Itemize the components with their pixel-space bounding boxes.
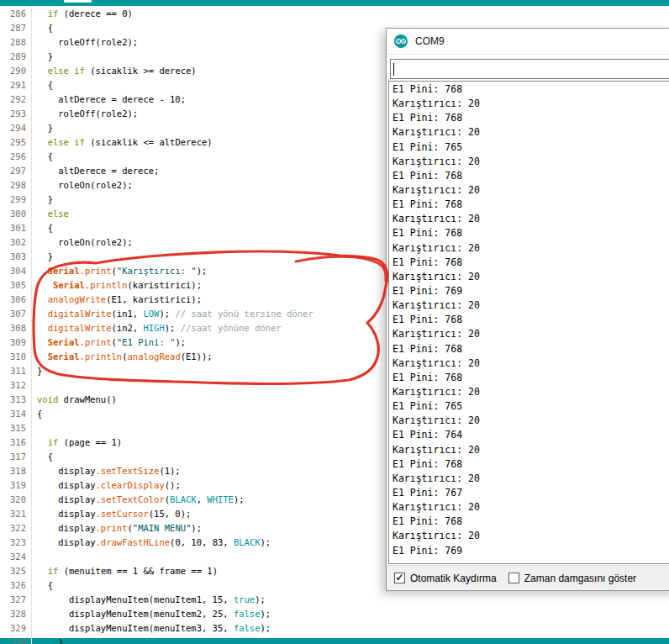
serial-output-line: Karıştırıcı: 20 — [392, 212, 669, 226]
serial-output-line: Karıştırıcı: 20 — [392, 500, 669, 515]
code-text: digitalWrite(in1, LOW); // saat yönü ter… — [32, 307, 313, 321]
line-number: 309 — [0, 335, 32, 350]
code-text: Serial.print("Karıştırıcı: "); — [32, 264, 207, 278]
serial-output-line: Karıştırıcı: 20 — [392, 529, 669, 543]
line-number: 318 — [0, 464, 32, 478]
code-text: altDerece = derece; — [32, 164, 159, 178]
autoscroll-checkbox[interactable]: Otomatik Kaydırma — [394, 573, 497, 584]
line-number: 325 — [0, 564, 32, 578]
line-number: 299 — [0, 193, 32, 207]
serial-output[interactable]: E1 Pini: 768Karıştırıcı: 20E1 Pini: 768K… — [388, 81, 669, 564]
code-text: roleOn(role2); — [32, 178, 133, 193]
serial-output-line: E1 Pini: 769 — [392, 544, 669, 558]
code-text: else — [32, 207, 69, 221]
line-number: 306 — [0, 293, 32, 307]
code-text: Serial.print("E1 Pini: "); — [32, 335, 186, 350]
code-text: roleOff(role2); — [32, 35, 138, 50]
code-text: roleOff(role2); — [32, 107, 138, 121]
code-line[interactable]: 327 displayMenuItem(menuItem1, 15, true)… — [0, 593, 669, 607]
serial-monitor-title-bar[interactable]: COM9 — [387, 29, 669, 55]
line-number: 292 — [0, 92, 32, 107]
line-number: 298 — [0, 178, 32, 193]
code-text: { — [32, 221, 53, 235]
serial-output-line: E1 Pini: 769 — [392, 284, 669, 298]
code-text: analogWrite(E1, karistirici); — [32, 293, 202, 307]
serial-output-line: E1 Pini: 768 — [392, 342, 669, 356]
serial-output-line: E1 Pini: 768 — [392, 82, 669, 97]
code-text: else if (sicaklik >= derece) — [32, 64, 197, 78]
code-text: } — [32, 50, 53, 64]
serial-output-line: E1 Pini: 768 — [392, 371, 669, 385]
checkbox-label: Zaman damgasını göster — [524, 573, 636, 584]
code-text: { — [32, 407, 42, 421]
code-line[interactable]: 286 if (derece == 0) — [0, 7, 669, 21]
code-line[interactable]: 330 } — [0, 636, 669, 644]
line-number: 297 — [0, 164, 32, 178]
code-text: Serial.println(analogRead(E1)); — [32, 350, 213, 364]
serial-output-line: E1 Pini: 768 — [392, 226, 669, 240]
serial-output-line: E1 Pini: 765 — [392, 399, 669, 414]
code-text: displayMenuItem(menuItem1, 15, true); — [32, 593, 266, 607]
serial-monitor-options-bar: Otomatik Kaydırma Zaman damgasını göster — [387, 565, 669, 590]
serial-output-line: E1 Pini: 768 — [392, 111, 669, 125]
line-number: 294 — [0, 121, 32, 135]
serial-monitor-window[interactable]: COM9 E1 Pini: 768Karıştırıcı: 20E1 Pini:… — [386, 28, 669, 591]
checkbox-box-timestamp — [508, 573, 519, 583]
line-number: 290 — [0, 64, 32, 78]
code-text: { — [32, 21, 53, 35]
line-number: 293 — [0, 107, 32, 121]
code-text: if (derece == 0) — [32, 7, 133, 21]
line-number: 322 — [0, 521, 32, 536]
code-text: display.setCursor(15, 0); — [32, 507, 191, 521]
line-number: 289 — [0, 50, 32, 64]
line-number: 312 — [0, 378, 32, 393]
line-number: 308 — [0, 321, 32, 335]
line-number: 323 — [0, 536, 32, 550]
serial-output-line: Karıştırıcı: 20 — [392, 270, 669, 284]
code-line[interactable]: 328 displayMenuItem(menuItem2, 25, false… — [0, 607, 669, 621]
code-text: } — [32, 636, 64, 644]
line-number: 330 — [0, 636, 32, 644]
serial-output-line: Karıştırıcı: 20 — [392, 356, 669, 371]
line-number: 286 — [0, 7, 32, 21]
serial-output-line: E1 Pini: 768 — [392, 169, 669, 183]
code-text: { — [32, 450, 53, 464]
serial-send-input[interactable] — [390, 59, 669, 79]
line-number: 304 — [0, 264, 32, 278]
ide-top-bar — [0, 0, 669, 6]
line-number: 327 — [0, 593, 32, 607]
timestamp-checkbox[interactable]: Zaman damgasını göster — [508, 573, 636, 584]
serial-output-line: Karıştırıcı: 20 — [392, 327, 669, 341]
line-number: 324 — [0, 550, 32, 564]
code-text: } — [32, 193, 53, 207]
line-number: 300 — [0, 207, 32, 221]
serial-output-line: Karıştırıcı: 20 — [392, 155, 669, 169]
line-number: 302 — [0, 235, 32, 250]
line-number: 321 — [0, 507, 32, 521]
code-text: if (menuitem == 1 && frame == 1) — [32, 564, 218, 578]
line-number: 320 — [0, 493, 32, 507]
serial-output-line: Karıştırıcı: 20 — [392, 97, 669, 111]
editor-tab-notch[interactable] — [64, 0, 92, 3]
line-number: 326 — [0, 578, 32, 593]
serial-output-line: E1 Pini: 768 — [392, 198, 669, 212]
line-number: 303 — [0, 250, 32, 264]
code-text: roleOn(role2); — [32, 235, 133, 250]
serial-output-line: Karıştırıcı: 20 — [392, 183, 669, 198]
line-number: 288 — [0, 35, 32, 50]
serial-output-line: E1 Pini: 768 — [392, 256, 669, 270]
serial-output-line: E1 Pini: 765 — [392, 140, 669, 155]
code-text: displayMenuItem(menuItem3, 35, false); — [32, 621, 271, 636]
code-text: { — [32, 578, 53, 593]
line-number: 310 — [0, 350, 32, 364]
line-number: 296 — [0, 150, 32, 164]
line-number: 305 — [0, 278, 32, 293]
code-text: display.clearDisplay(); — [32, 478, 181, 493]
code-text: altDerece = derece - 10; — [32, 92, 186, 107]
line-number: 313 — [0, 393, 32, 407]
text-caret — [393, 63, 394, 76]
code-text: void drawMenu() — [32, 393, 117, 407]
line-number: 328 — [0, 607, 32, 621]
code-line[interactable]: 329 displayMenuItem(menuItem3, 35, false… — [0, 621, 669, 636]
serial-output-line: Karıştırıcı: 20 — [392, 241, 669, 256]
